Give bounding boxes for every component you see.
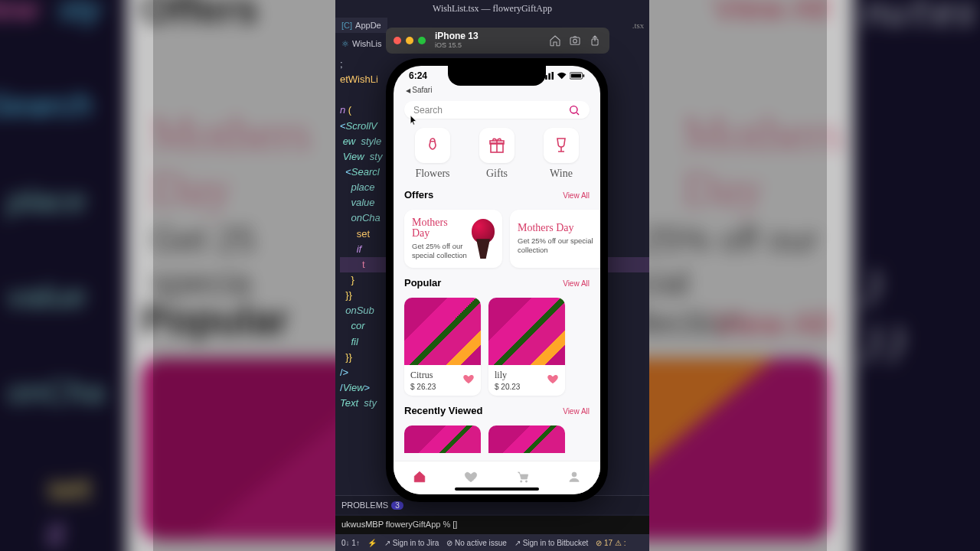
window-title: WishList.tsx — floweryGiftApp [335, 0, 649, 18]
category-gifts[interactable]: Gifts [479, 128, 514, 180]
offer-card[interactable]: Mothers Day Get 25% off our special coll… [510, 210, 600, 268]
category-flowers[interactable]: Flowers [415, 128, 450, 180]
status-diagnostics[interactable]: ⊘ 17 ⚠ : [596, 539, 626, 547]
terminal[interactable]: ukwusMBP floweryGiftApp % [] [335, 516, 649, 534]
simulator-os: iOS 15.5 [435, 42, 542, 50]
status-issue[interactable]: ⊘ No active issue [446, 539, 507, 547]
back-to-app[interactable]: Safari [406, 86, 432, 94]
status-jira[interactable]: ↗ Sign in to Jira [384, 539, 439, 547]
wifi-icon [557, 72, 567, 80]
minimize-icon[interactable] [406, 37, 413, 44]
status-bitbucket[interactable]: ↗ Sign in to Bitbucket [514, 539, 588, 547]
offer-card[interactable]: Mothers Day Get 25% off our special coll… [404, 210, 502, 268]
product-card[interactable]: Citrus $ 26.23 [404, 298, 481, 396]
status-sync[interactable]: 0↓ 1↑ [341, 539, 360, 547]
tab-cart[interactable] [516, 470, 530, 487]
simulator-device: iPhone 13 [435, 31, 542, 41]
svg-point-15 [572, 472, 577, 477]
wine-icon [552, 136, 570, 155]
offers-view-all[interactable]: View All [563, 191, 590, 200]
screenshot-icon[interactable] [568, 34, 582, 47]
share-icon[interactable] [588, 34, 602, 47]
status-bar: 0↓ 1↑ ⚡ ↗ Sign in to Jira ⊘ No active is… [335, 534, 649, 551]
offers-heading: Offers [404, 189, 433, 201]
recent-row [404, 425, 590, 453]
product-image [404, 298, 481, 365]
battery-icon [570, 72, 585, 80]
recent-view-all[interactable]: View All [563, 407, 590, 416]
product-card[interactable]: lily $ 20.23 [488, 298, 565, 396]
gift-icon [488, 136, 506, 155]
search-input[interactable]: Search [404, 101, 590, 119]
search-placeholder: Search [413, 105, 568, 116]
product-image [488, 298, 565, 365]
simulator-titlebar[interactable]: iPhone 13 iOS 15.5 [386, 28, 609, 54]
svg-rect-5 [548, 73, 550, 80]
notch [448, 66, 546, 86]
heart-icon[interactable] [462, 373, 475, 388]
offers-row: Mothers Day Get 25% off our special coll… [404, 210, 590, 268]
recent-image[interactable] [404, 425, 481, 453]
tab-wishlist[interactable] [464, 470, 478, 487]
close-icon[interactable] [394, 37, 401, 44]
zoom-icon[interactable] [418, 37, 426, 44]
tab-home[interactable] [413, 470, 426, 487]
svg-rect-9 [583, 74, 585, 77]
popular-view-all[interactable]: View All [563, 279, 590, 288]
category-row: Flowers Gifts Wine [404, 128, 590, 180]
home-icon[interactable] [548, 34, 562, 47]
editor-tab-2[interactable]: ⚛WishLis [335, 36, 388, 52]
status-time: 6:24 [409, 70, 427, 81]
category-wine[interactable]: Wine [544, 128, 579, 180]
mouse-cursor [410, 115, 417, 126]
svg-rect-0 [570, 37, 580, 44]
home-indicator[interactable] [455, 487, 539, 491]
popular-row: Citrus $ 26.23 lily $ 20.23 [404, 298, 590, 396]
iphone-screen: 6:24 Safari Search Flowers Gifts [394, 66, 600, 494]
popular-heading: Popular [404, 277, 441, 289]
heart-icon[interactable] [547, 373, 559, 388]
flower-icon [423, 136, 442, 155]
svg-rect-8 [571, 74, 581, 78]
svg-rect-6 [551, 72, 554, 80]
editor-tab-1[interactable]: [C]AppDe [335, 18, 387, 33]
recent-heading: Recently Viewed [404, 405, 482, 416]
svg-point-13 [520, 480, 521, 481]
bouquet-image [472, 219, 495, 259]
iphone-device: 6:24 Safari Search Flowers Gifts [386, 58, 608, 502]
search-icon [568, 104, 580, 116]
status-bolt-icon[interactable]: ⚡ [368, 539, 377, 547]
svg-point-1 [573, 39, 577, 43]
recent-image[interactable] [488, 425, 565, 453]
svg-point-10 [570, 106, 577, 112]
svg-point-14 [525, 480, 527, 481]
tab-profile[interactable] [567, 470, 581, 487]
bg-code-left: View sty <Search place value onCha set i… [0, 0, 126, 551]
